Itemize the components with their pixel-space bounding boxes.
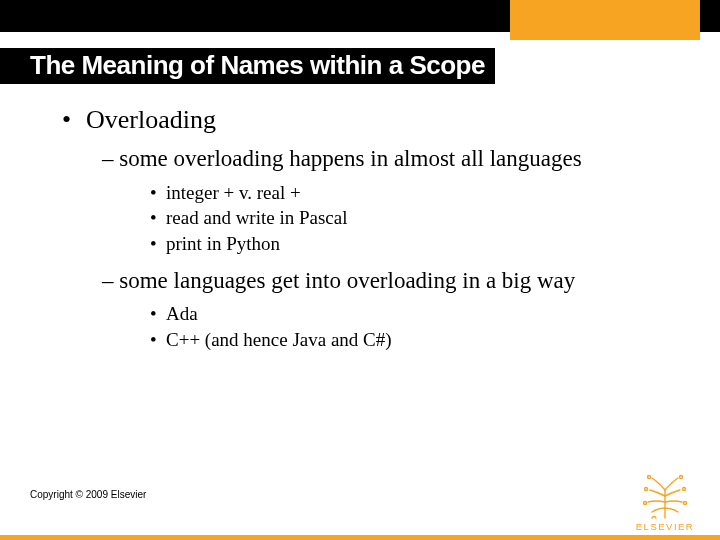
svg-point-2 (680, 476, 683, 479)
slide-title: The Meaning of Names within a Scope (30, 48, 495, 84)
svg-point-4 (683, 488, 686, 491)
top-orange-accent (510, 0, 700, 40)
bullet-dot-icon: • (150, 205, 166, 231)
level1-text: Overloading (86, 105, 216, 134)
level3-text: read and write in Pascal (166, 207, 347, 228)
level3-group: •Ada •C++ (and hence Java and C#) (150, 301, 662, 352)
bullet-dot-icon: • (150, 301, 166, 327)
level3-text: print in Python (166, 233, 280, 254)
copyright-text: Copyright © 2009 Elsevier (30, 489, 146, 500)
bottom-orange-band (0, 535, 720, 540)
level3-text: Ada (166, 303, 198, 324)
slide: The Meaning of Names within a Scope •Ove… (0, 0, 720, 540)
bullet-level3: •Ada (150, 301, 662, 327)
level2-group: – some overloading happens in almost all… (102, 145, 662, 353)
level2-text: some languages get into overloading in a… (119, 268, 575, 293)
svg-point-6 (684, 502, 687, 505)
elsevier-logo: ELSEVIER (632, 472, 698, 532)
svg-point-5 (644, 502, 647, 505)
svg-point-1 (648, 476, 651, 479)
bullet-dot-icon: • (150, 327, 166, 353)
bullet-dot-icon: • (62, 105, 86, 135)
level2-text: some overloading happens in almost all l… (119, 146, 581, 171)
level3-text: C++ (and hence Java and C#) (166, 329, 392, 350)
svg-point-3 (645, 488, 648, 491)
bullet-level2: – some overloading happens in almost all… (102, 145, 662, 174)
bullet-level3: •read and write in Pascal (150, 205, 662, 231)
elsevier-tree-icon (638, 472, 692, 520)
bullet-level1: •Overloading (62, 105, 662, 135)
bullet-level3: •C++ (and hence Java and C#) (150, 327, 662, 353)
bullet-level2: – some languages get into overloading in… (102, 267, 662, 296)
bullet-level3: •integer + v. real + (150, 180, 662, 206)
elsevier-logo-text: ELSEVIER (632, 521, 698, 532)
level3-group: •integer + v. real + •read and write in … (150, 180, 662, 257)
bullet-dot-icon: • (150, 180, 166, 206)
bullet-level3: •print in Python (150, 231, 662, 257)
bullet-dot-icon: • (150, 231, 166, 257)
level3-text: integer + v. real + (166, 182, 301, 203)
title-bar-overhang (0, 48, 30, 84)
content-area: •Overloading – some overloading happens … (62, 105, 662, 363)
